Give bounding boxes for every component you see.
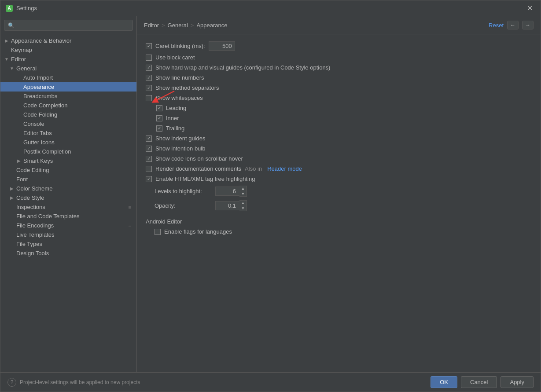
render-doc-comments-checkbox-wrap[interactable]: Render documentation comments xyxy=(146,165,241,172)
sidebar-item-editor-tabs[interactable]: Editor Tabs xyxy=(0,128,136,138)
enable-html-xml-checkbox[interactable] xyxy=(146,176,152,182)
sidebar-item-smart-keys[interactable]: ▶ Smart Keys xyxy=(0,156,136,165)
sidebar-item-inspections[interactable]: Inspections ≡ xyxy=(0,202,136,212)
reset-button[interactable]: Reset xyxy=(489,22,504,29)
show-method-separators-checkbox[interactable] xyxy=(146,85,152,91)
sidebar-item-label: Gutter Icons xyxy=(23,139,55,146)
enable-flags-label: Enable flags for languages xyxy=(164,228,232,235)
caret-blinking-checkbox-wrap[interactable]: Caret blinking (ms): xyxy=(146,43,205,49)
leading-checkbox[interactable] xyxy=(156,105,162,111)
sidebar-item-gutter-icons[interactable]: Gutter Icons xyxy=(0,138,136,147)
trailing-label: Trailing xyxy=(166,125,184,132)
use-block-caret-checkbox[interactable] xyxy=(146,55,152,61)
sidebar-item-code-completion[interactable]: Code Completion xyxy=(0,101,136,110)
sidebar-item-code-style[interactable]: ▶ Code Style xyxy=(0,193,136,202)
apply-button[interactable]: Apply xyxy=(501,376,534,388)
render-doc-comments-label: Render documentation comments xyxy=(155,165,241,172)
opacity-spinner[interactable]: ▲ ▼ xyxy=(215,200,247,211)
sidebar-item-appearance[interactable]: Appearance xyxy=(0,82,136,92)
sidebar-item-keymap[interactable]: Keymap xyxy=(0,45,136,55)
leading-checkbox-wrap[interactable]: Leading xyxy=(156,105,186,111)
sidebar-item-label: Breadcrumbs xyxy=(23,93,57,99)
opacity-up[interactable]: ▲ xyxy=(239,201,247,206)
use-block-caret-checkbox-wrap[interactable]: Use block caret xyxy=(146,54,195,61)
back-button[interactable]: ← xyxy=(507,21,519,29)
use-block-caret-row: Use block caret xyxy=(146,54,532,61)
levels-highlight-spinner[interactable]: ▲ ▼ xyxy=(215,186,247,197)
show-whitespaces-checkbox-wrap[interactable]: Show whitespaces xyxy=(146,95,203,101)
show-indent-guides-checkbox[interactable] xyxy=(146,136,152,142)
show-intention-bulb-checkbox[interactable] xyxy=(146,146,152,152)
show-code-lens-checkbox[interactable] xyxy=(146,156,152,162)
render-doc-comments-checkbox[interactable] xyxy=(146,166,152,172)
levels-highlight-down[interactable]: ▼ xyxy=(239,191,247,197)
help-button[interactable]: ? xyxy=(7,378,16,387)
sidebar-item-file-encodings[interactable]: File Encodings ≡ xyxy=(0,221,136,230)
scroll-icon: ≡ xyxy=(129,223,131,228)
expand-icon: ▶ xyxy=(9,195,15,200)
sidebar-item-design-tools[interactable]: Design Tools xyxy=(0,249,136,258)
cancel-button[interactable]: Cancel xyxy=(461,376,497,388)
sidebar-item-auto-import[interactable]: Auto Import xyxy=(0,73,136,82)
inner-label: Inner xyxy=(166,115,179,121)
sidebar-item-general[interactable]: ▼ General xyxy=(0,64,136,73)
sidebar-item-postfix-completion[interactable]: Postfix Completion xyxy=(0,147,136,156)
show-hard-wrap-checkbox[interactable] xyxy=(146,65,152,71)
show-intention-bulb-checkbox-wrap[interactable]: Show intention bulb xyxy=(146,145,205,152)
sidebar-item-code-editing[interactable]: Code Editing xyxy=(0,165,136,175)
app-icon: A xyxy=(6,5,13,12)
levels-highlight-input[interactable] xyxy=(215,187,239,196)
sidebar-item-console[interactable]: Console xyxy=(0,119,136,128)
show-line-numbers-checkbox-wrap[interactable]: Show line numbers xyxy=(146,74,204,81)
enable-html-xml-row: Enable HTML/XML tag tree highlighting xyxy=(146,176,532,182)
sidebar-item-breadcrumbs[interactable]: Breadcrumbs xyxy=(0,92,136,101)
sidebar-item-code-folding[interactable]: Code Folding xyxy=(0,110,136,119)
caret-blinking-label: Caret blinking (ms): xyxy=(155,43,205,49)
trailing-checkbox[interactable] xyxy=(156,125,162,132)
search-box[interactable]: 🔍 xyxy=(4,20,133,31)
search-input[interactable] xyxy=(17,22,129,29)
sidebar-item-appearance-behavior[interactable]: ▶ Appearance & Behavior xyxy=(0,36,136,45)
levels-highlight-up[interactable]: ▲ xyxy=(239,186,247,191)
ok-button[interactable]: OK xyxy=(431,376,457,388)
reader-mode-link[interactable]: Reader mode xyxy=(267,165,302,172)
sidebar-item-file-types[interactable]: File Types xyxy=(0,239,136,249)
show-method-separators-checkbox-wrap[interactable]: Show method separators xyxy=(146,84,219,91)
trailing-checkbox-wrap[interactable]: Trailing xyxy=(156,125,184,132)
sidebar-item-file-code-templates[interactable]: File and Code Templates xyxy=(0,212,136,221)
whitespace-suboptions: Leading Inner Trailing xyxy=(156,105,532,132)
sidebar-item-label: Code Style xyxy=(16,194,44,201)
show-indent-guides-checkbox-wrap[interactable]: Show indent guides xyxy=(146,135,205,142)
enable-html-xml-checkbox-wrap[interactable]: Enable HTML/XML tag tree highlighting xyxy=(146,176,255,182)
sidebar-item-color-scheme[interactable]: ▶ Color Scheme xyxy=(0,184,136,193)
show-hard-wrap-checkbox-wrap[interactable]: Show hard wrap and visual guides (config… xyxy=(146,64,330,71)
levels-highlight-label: Levels to highlight: xyxy=(155,188,212,194)
caret-blinking-checkbox[interactable] xyxy=(146,43,152,49)
sidebar-item-label: Design Tools xyxy=(16,250,49,256)
opacity-down[interactable]: ▼ xyxy=(239,206,247,211)
enable-flags-checkbox[interactable] xyxy=(155,229,161,235)
render-doc-comments-row: Render documentation comments Also in Re… xyxy=(146,165,532,172)
caret-blinking-input[interactable] xyxy=(209,41,235,51)
dialog-body: 🔍 ▶ Appearance & Behavior Keymap ▼ Edito… xyxy=(0,16,541,372)
inner-checkbox-wrap[interactable]: Inner xyxy=(156,115,179,121)
forward-button[interactable]: → xyxy=(522,21,534,29)
sidebar-item-font[interactable]: Font xyxy=(0,175,136,184)
inner-checkbox[interactable] xyxy=(156,115,162,121)
enable-flags-checkbox-wrap[interactable]: Enable flags for languages xyxy=(155,228,232,235)
search-icon: 🔍 xyxy=(8,22,15,29)
show-whitespaces-checkbox[interactable] xyxy=(146,95,152,101)
sidebar-item-editor[interactable]: ▼ Editor xyxy=(0,55,136,64)
show-line-numbers-row: Show line numbers xyxy=(146,74,532,81)
sidebar: 🔍 ▶ Appearance & Behavior Keymap ▼ Edito… xyxy=(0,16,137,372)
opacity-label: Opacity: xyxy=(155,202,212,209)
show-hard-wrap-label: Show hard wrap and visual guides (config… xyxy=(155,64,330,71)
opacity-input[interactable] xyxy=(215,201,239,210)
show-line-numbers-checkbox[interactable] xyxy=(146,75,152,81)
close-button[interactable]: ✕ xyxy=(524,3,535,13)
show-code-lens-checkbox-wrap[interactable]: Show code lens on scrollbar hover xyxy=(146,155,243,162)
enable-html-xml-label: Enable HTML/XML tag tree highlighting xyxy=(155,176,255,182)
sidebar-item-live-templates[interactable]: Live Templates xyxy=(0,230,136,239)
settings-dialog: A Settings ✕ 🔍 ▶ Appearance & Behavior K xyxy=(0,0,541,392)
levels-highlight-row: Levels to highlight: ▲ ▼ xyxy=(155,186,532,197)
